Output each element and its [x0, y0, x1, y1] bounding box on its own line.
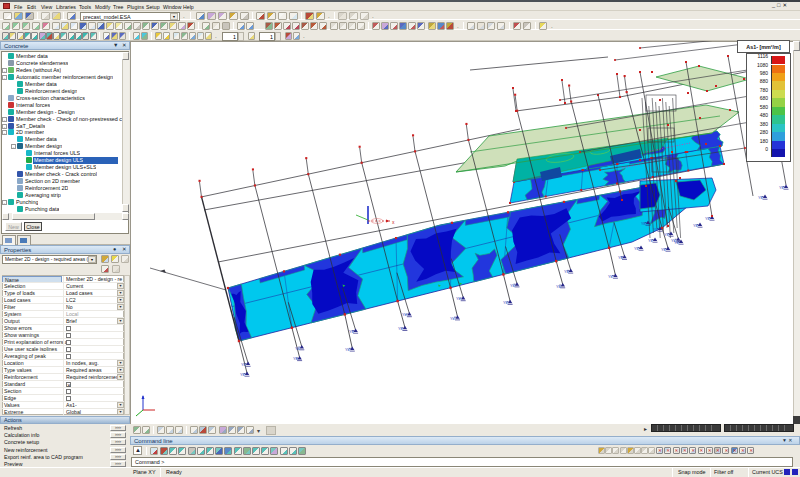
svg-text:Yb: Yb: [653, 228, 658, 232]
svg-text:Yb: Yb: [634, 247, 639, 251]
svg-text:Yb: Yb: [503, 301, 508, 305]
svg-text:Yb: Yb: [349, 330, 354, 334]
svg-text:Yb: Yb: [345, 348, 350, 352]
svg-text:Yb: Yb: [241, 363, 246, 367]
svg-text:Yb: Yb: [510, 284, 515, 288]
svg-text:Yb: Yb: [450, 317, 455, 321]
svg-text:Yb: Yb: [641, 222, 646, 226]
svg-text:Yb: Yb: [398, 327, 403, 331]
svg-text:Yb: Yb: [456, 297, 461, 301]
svg-text:x: x: [392, 219, 395, 225]
svg-text:Yb: Yb: [240, 373, 245, 377]
svg-text:Yb: Yb: [779, 186, 784, 190]
svg-text:Yb: Yb: [758, 196, 763, 200]
svg-text:Yb: Yb: [608, 275, 613, 279]
svg-text:Yb: Yb: [293, 357, 298, 361]
svg-text:Yb: Yb: [705, 217, 710, 221]
svg-text:Yb: Yb: [693, 224, 698, 228]
svg-text:Yb: Yb: [564, 270, 569, 274]
svg-text:Yb: Yb: [618, 256, 623, 260]
svg-text:Yb: Yb: [402, 313, 407, 317]
svg-text:Yb: Yb: [664, 233, 669, 237]
svg-text:Yb: Yb: [674, 241, 679, 245]
svg-text:Yb: Yb: [648, 239, 653, 243]
svg-text:Yb: Yb: [556, 285, 561, 289]
svg-text:Yb: Yb: [661, 248, 666, 252]
svg-text:Yb: Yb: [295, 347, 300, 351]
